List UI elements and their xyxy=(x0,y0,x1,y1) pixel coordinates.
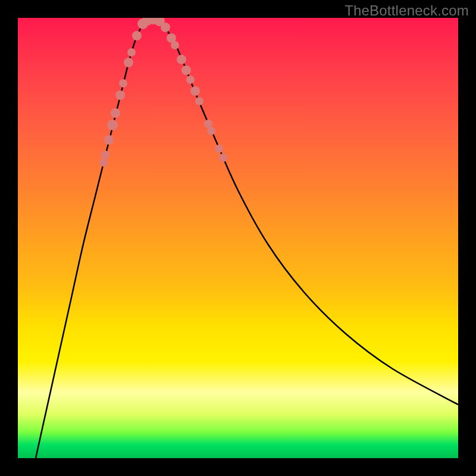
marker-dot xyxy=(161,23,170,32)
marker-dot xyxy=(195,97,203,105)
marker-group xyxy=(99,18,227,167)
marker-dot xyxy=(119,79,127,87)
marker-dot xyxy=(107,120,118,130)
marker-dot xyxy=(171,41,179,49)
marker-dot xyxy=(215,145,223,153)
marker-dot xyxy=(124,58,133,67)
marker-dot xyxy=(177,55,186,64)
marker-dot xyxy=(190,86,200,96)
curve-line xyxy=(36,19,458,458)
marker-dot xyxy=(104,135,114,145)
plot-area xyxy=(18,18,458,458)
marker-dot xyxy=(204,120,212,128)
marker-dot xyxy=(219,154,227,162)
marker-dot xyxy=(186,76,195,84)
bottleneck-curve xyxy=(18,18,458,458)
watermark-text: TheBottleneck.com xyxy=(345,2,469,19)
marker-dot xyxy=(127,48,136,57)
marker-dot xyxy=(132,31,142,40)
chart-frame: TheBottleneck.com xyxy=(0,0,476,476)
marker-dot xyxy=(99,158,108,167)
marker-dot xyxy=(101,151,109,159)
marker-dot xyxy=(207,127,215,135)
marker-dot xyxy=(115,90,125,100)
marker-dot xyxy=(181,65,191,75)
marker-dot xyxy=(111,108,120,118)
